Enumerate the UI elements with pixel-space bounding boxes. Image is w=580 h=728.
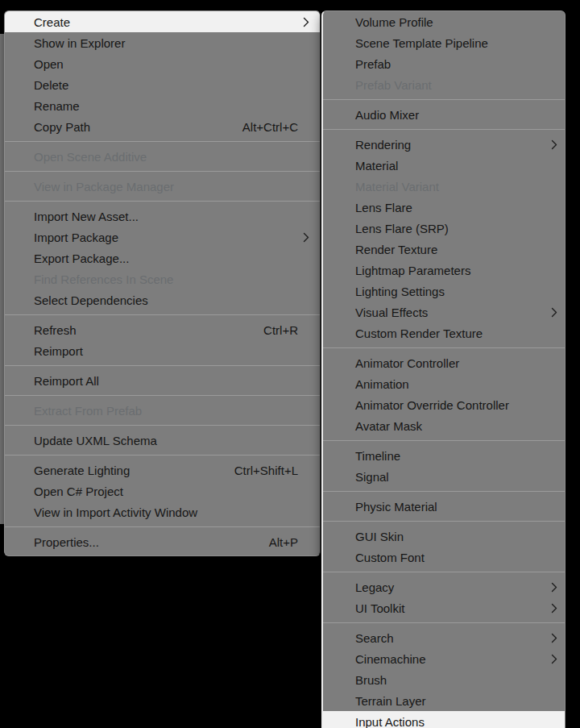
- menu-item-label: Reimport: [34, 344, 83, 358]
- menu-item-render-texture[interactable]: Render Texture: [323, 239, 565, 260]
- menu-item-custom-render-texture[interactable]: Custom Render Texture: [323, 322, 565, 343]
- menu-item-label: View in Import Activity Window: [34, 505, 197, 519]
- menu-item-label: Terrain Layer: [355, 694, 426, 708]
- menu-item-cinemachine[interactable]: Cinemachine: [323, 648, 565, 669]
- menu-separator: [323, 125, 565, 134]
- menu-item-animator-override-controller[interactable]: Animator Override Controller: [323, 394, 565, 415]
- menu-separator: [323, 95, 565, 104]
- menu-item-label: Prefab Variant: [355, 78, 432, 92]
- menu-item-search[interactable]: Search: [323, 627, 565, 648]
- menu-item-volume-profile[interactable]: Volume Profile: [323, 11, 565, 32]
- menu-separator: [5, 421, 320, 430]
- separator-line: [5, 425, 320, 426]
- menu-separator: [323, 343, 565, 352]
- separator-line: [5, 365, 320, 366]
- submenu-arrow-icon: [551, 633, 557, 643]
- menu-item-import-new-asset[interactable]: Import New Asset...: [5, 206, 320, 227]
- menu-item-label: Rendering: [355, 138, 411, 152]
- menu-item-rename[interactable]: Rename: [5, 95, 320, 116]
- menu-item-create[interactable]: Create: [5, 11, 320, 32]
- menu-item-avatar-mask[interactable]: Avatar Mask: [323, 415, 565, 436]
- menu-item-extract-from-prefab: Extract From Prefab: [5, 400, 320, 421]
- menu-item-update-uxml-schema[interactable]: Update UXML Schema: [5, 430, 320, 451]
- menu-item-scene-template-pipeline[interactable]: Scene Template Pipeline: [323, 32, 565, 53]
- menu-item-label: Update UXML Schema: [34, 434, 157, 447]
- menu-item-label: Audio Mixer: [355, 108, 419, 122]
- menu-item-label: Physic Material: [355, 500, 437, 514]
- separator-line: [5, 395, 320, 396]
- menu-item-signal[interactable]: Signal: [323, 466, 565, 487]
- menu-item-physic-material[interactable]: Physic Material: [323, 496, 565, 517]
- menu-item-lighting-settings[interactable]: Lighting Settings: [323, 281, 565, 302]
- menu-item-export-package[interactable]: Export Package...: [5, 248, 320, 268]
- menu-item-label: Custom Font: [355, 551, 425, 564]
- separator-line: [323, 491, 565, 492]
- submenu-arrow-icon: [303, 232, 309, 243]
- menu-item-brush[interactable]: Brush: [323, 669, 565, 690]
- menu-item-label: Find References In Scene: [34, 272, 173, 286]
- menu-item-terrain-layer[interactable]: Terrain Layer: [323, 690, 565, 711]
- menu-separator: [323, 568, 565, 576]
- menu-item-select-dependencies[interactable]: Select Dependencies: [5, 289, 320, 310]
- menu-item-copy-path[interactable]: Copy PathAlt+Ctrl+C: [5, 116, 320, 137]
- menu-item-lens-flare[interactable]: Lens Flare: [323, 197, 565, 218]
- menu-item-label: Delete: [34, 78, 68, 92]
- menu-item-gui-skin[interactable]: GUI Skin: [323, 526, 565, 547]
- menu-separator: [323, 618, 565, 627]
- separator-line: [323, 129, 565, 130]
- menu-item-label: Reimport All: [34, 374, 99, 388]
- menu-item-open[interactable]: Open: [5, 53, 320, 74]
- menu-item-label: Render Texture: [355, 243, 437, 256]
- menu-item-generate-lighting[interactable]: Generate LightingCtrl+Shift+L: [5, 460, 320, 480]
- submenu-arrow-icon: [551, 307, 557, 318]
- separator-line: [5, 526, 320, 527]
- menu-item-rendering[interactable]: Rendering: [323, 134, 565, 155]
- menu-item-label: Generate Lighting: [34, 464, 130, 477]
- menu-item-label: Animator Override Controller: [355, 398, 509, 412]
- menu-item-legacy[interactable]: Legacy: [323, 576, 565, 597]
- menu-item-refresh[interactable]: RefreshCtrl+R: [5, 319, 320, 340]
- menu-item-label: Lens Flare (SRP): [355, 222, 449, 235]
- menu-item-shortcut: Alt+Ctrl+C: [242, 120, 309, 134]
- menu-item-animation[interactable]: Animation: [323, 373, 565, 394]
- menu-item-view-in-import-activity-window[interactable]: View in Import Activity Window: [5, 501, 320, 522]
- context-menu: CreateShow in ExplorerOpenDeleteRenameCo…: [4, 10, 321, 556]
- menu-item-properties[interactable]: Properties...Alt+P: [5, 531, 320, 552]
- menu-item-import-package[interactable]: Import Package: [5, 227, 320, 248]
- menu-item-open-scene-additive: Open Scene Additive: [5, 146, 320, 167]
- menu-item-label: Properties...: [34, 535, 99, 549]
- menu-item-prefab[interactable]: Prefab: [323, 53, 565, 74]
- submenu-arrow-icon: [551, 139, 557, 150]
- menu-item-open-c-project[interactable]: Open C# Project: [5, 480, 320, 501]
- menu-item-reimport-all[interactable]: Reimport All: [5, 370, 320, 391]
- menu-item-label: Extract From Prefab: [34, 404, 142, 418]
- submenu-arrow-icon: [303, 17, 309, 27]
- menu-item-timeline[interactable]: Timeline: [323, 445, 565, 466]
- menu-item-prefab-variant: Prefab Variant: [323, 74, 565, 95]
- menu-separator: [5, 391, 320, 400]
- menu-item-label: GUI Skin: [355, 530, 404, 543]
- menu-separator: [5, 361, 320, 370]
- menu-item-audio-mixer[interactable]: Audio Mixer: [323, 104, 565, 125]
- menu-item-label: Animator Controller: [355, 356, 459, 370]
- menu-item-lightmap-parameters[interactable]: Lightmap Parameters: [323, 260, 565, 281]
- menu-item-label: Import Package: [34, 231, 118, 244]
- menu-item-delete[interactable]: Delete: [5, 74, 320, 95]
- separator-line: [5, 314, 320, 315]
- menu-separator: [323, 517, 565, 526]
- create-submenu: Volume ProfileScene Template PipelinePre…: [321, 10, 566, 728]
- menu-item-show-in-explorer[interactable]: Show in Explorer: [5, 32, 320, 53]
- menu-item-lens-flare-srp[interactable]: Lens Flare (SRP): [323, 218, 565, 239]
- menu-item-animator-controller[interactable]: Animator Controller: [323, 352, 565, 373]
- menu-item-label: Import New Asset...: [34, 210, 139, 223]
- menu-item-reimport[interactable]: Reimport: [5, 340, 320, 361]
- menu-item-input-actions[interactable]: Input Actions: [323, 711, 565, 728]
- menu-item-material[interactable]: Material: [323, 155, 565, 176]
- menu-item-custom-font[interactable]: Custom Font: [323, 547, 565, 568]
- menu-item-ui-toolkit[interactable]: UI Toolkit: [323, 597, 565, 618]
- menu-separator: [5, 451, 320, 460]
- menu-item-label: Material: [355, 159, 398, 173]
- menu-item-label: Lightmap Parameters: [355, 264, 470, 277]
- menu-item-visual-effects[interactable]: Visual Effects: [323, 302, 565, 322]
- menu-item-label: Brush: [355, 673, 387, 687]
